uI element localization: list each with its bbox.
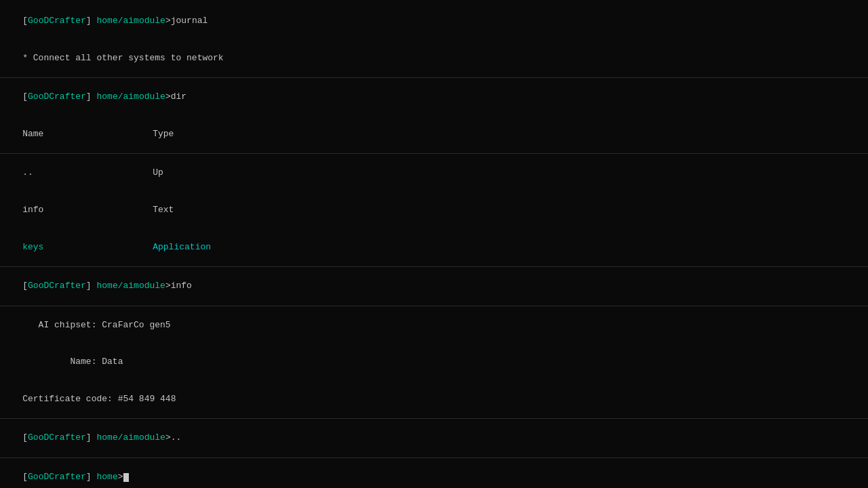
info-row-3: Certificate code: #54 849 448 [0,381,868,418]
info-row-2: Name: Data [0,344,868,381]
command-2: dir [171,92,186,102]
divider-2 [0,153,868,154]
path-1: home/aimodule [92,16,165,26]
row3-type: Application [153,241,211,253]
active-prompt-line[interactable]: [GooDCrafter] home> [0,459,868,488]
table-row-1: ..Up [0,155,868,192]
info-value-1: CraFarCo gen5 [96,320,170,330]
path-2: home/aimodule [92,92,165,102]
col-type-header: Type [153,128,174,140]
bracket-close-2: ] [86,92,92,102]
divider-1 [0,77,868,78]
bracket-open-2: [ [22,92,28,102]
path-3: home/aimodule [92,281,165,291]
user-4: GooDCrafter [28,432,86,443]
bracket-open-3: [ [22,281,28,291]
prompt-2: > [165,92,171,102]
user-3: GooDCrafter [28,281,86,291]
command-line-1: [GooDCrafter] home/aimodule>journal [0,3,868,40]
row1-type: Up [153,167,163,179]
bracket-open-4: [ [22,432,28,443]
command-4: .. [171,432,182,443]
row1-name: .. [22,167,153,179]
info-label-1: AI chipset: [22,320,96,330]
divider-4 [0,306,868,306]
prompt-5: > [118,472,123,482]
bracket-open-5: [ [22,472,28,482]
info-label-3: Certificate code: [22,394,113,404]
prompt-1: > [165,16,171,26]
bracket-open-1: [ [22,16,28,26]
bracket-close-4: ] [86,432,92,443]
col-name-header: Name [22,128,153,140]
info-label-2: Name: [22,357,96,367]
info-value-3: #54 849 448 [113,394,176,404]
terminal[interactable]: [GooDCrafter] home/aimodule>journal * Co… [0,0,868,488]
table-row-3: keysApplication [0,228,868,266]
command-line-3: [GooDCrafter] home/aimodule>info [0,268,868,305]
journal-output: * Connect all other systems to network [22,53,223,63]
bracket-close-3: ] [86,281,92,291]
prompt-3: > [165,281,171,291]
path-5: home [92,472,118,482]
command-line-4: [GooDCrafter] home/aimodule>.. [0,420,868,457]
bracket-close-5: ] [86,472,92,482]
table-header: NameType [0,116,868,153]
bracket-close-1: ] [86,16,92,26]
row2-name: info [22,204,153,216]
info-row-1: AI chipset: CraFarCo gen5 [0,307,868,344]
command-1: journal [171,16,208,26]
divider-5 [0,418,868,419]
output-line-1: * Connect all other systems to network [0,40,868,77]
user-5: GooDCrafter [28,472,86,482]
divider-3 [0,266,868,267]
user-1: GooDCrafter [28,16,86,26]
command-3: info [171,281,192,291]
user-2: GooDCrafter [28,92,86,102]
divider-6 [0,458,868,458]
row2-type: Text [153,204,174,216]
path-4: home/aimodule [92,432,165,443]
info-value-2: Data [96,357,123,367]
prompt-4: > [165,432,171,443]
table-row-2: infoText [0,192,868,229]
command-line-2: [GooDCrafter] home/aimodule>dir [0,79,868,116]
terminal-cursor [123,473,129,482]
row3-name: keys [22,241,153,253]
